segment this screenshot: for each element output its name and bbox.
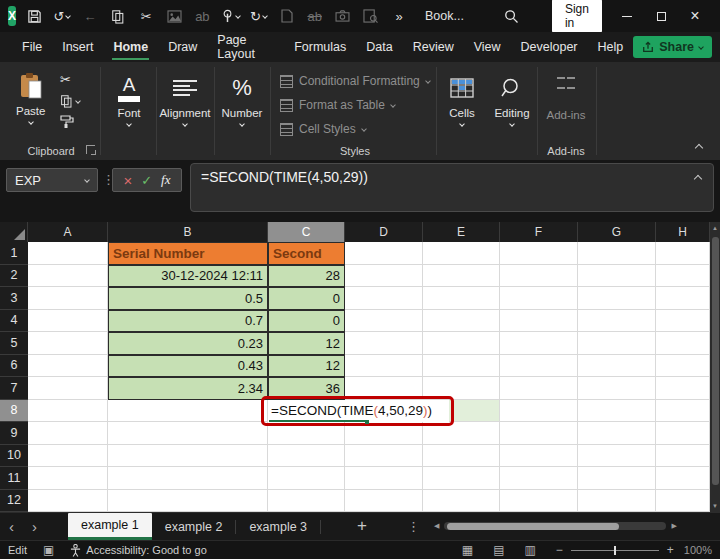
cell-C1[interactable]: Second [268,242,345,265]
cell-G8[interactable] [578,400,656,423]
cell-H3[interactable] [656,287,710,310]
cell-E5[interactable] [423,332,500,355]
scroll-up-icon[interactable]: ▲ [712,225,718,231]
cell-D5[interactable] [345,332,423,355]
document-inspect-button[interactable] [361,5,381,27]
cell-H7[interactable] [656,377,710,400]
row-header-8[interactable]: 8 [0,400,28,423]
cell-F6[interactable] [500,355,578,378]
row-header-1[interactable]: 1 [0,242,28,265]
cell-G7[interactable] [578,377,656,400]
cut-button[interactable]: ✂ [60,72,71,87]
cell-D4[interactable] [345,310,423,333]
cell-G11[interactable] [578,467,656,490]
search-button[interactable] [502,5,522,27]
back-button[interactable]: ← [80,5,100,27]
scroll-down-icon[interactable]: ▼ [712,503,718,509]
horizontal-scrollbar[interactable]: ◀ ▶ [434,512,677,540]
cell-H12[interactable] [656,490,710,513]
zoom-in-icon[interactable]: + [667,544,674,556]
tab-review[interactable]: Review [403,32,464,62]
copy-button[interactable] [108,5,128,27]
cell-H2[interactable] [656,265,710,288]
cell-E1[interactable] [423,242,500,265]
camera-button[interactable] [333,5,353,27]
tab-page-layout[interactable]: Page Layout [207,32,284,62]
cell-G12[interactable] [578,490,656,513]
cell-C12[interactable] [268,490,345,513]
cancel-entry-button[interactable]: × [123,172,132,189]
cell-G3[interactable] [578,287,656,310]
cell-G2[interactable] [578,265,656,288]
tab-developer[interactable]: Developer [511,32,588,62]
cell-B8[interactable] [108,400,268,423]
row-header-4[interactable]: 4 [0,310,28,333]
cell-A12[interactable] [28,490,108,513]
cell-B3[interactable]: 0.5 [108,287,268,310]
zoom-out-icon[interactable]: − [556,544,563,556]
cell-H1[interactable] [656,242,710,265]
tab-home[interactable]: Home [103,32,158,62]
accessibility-status[interactable]: Accessibility: Good to go [70,544,206,557]
cell-G6[interactable] [578,355,656,378]
row-header-12[interactable]: 12 [0,490,28,513]
cell-A9[interactable] [28,422,108,445]
cell-C6[interactable]: 12 [268,355,345,378]
cell-A5[interactable] [28,332,108,355]
cell-D10[interactable] [345,445,423,468]
formula-input[interactable]: =SECOND(TIME(4,50,29)) [190,163,714,212]
cell-F10[interactable] [500,445,578,468]
tab-file[interactable]: File [12,32,52,62]
zoom-slider[interactable] [571,545,659,556]
cell-G4[interactable] [578,310,656,333]
column-header-F[interactable]: F [500,222,578,242]
tab-draw[interactable]: Draw [158,32,207,62]
scroll-left-icon[interactable]: ◀ [434,522,439,530]
number-group-button[interactable]: % Number [215,72,269,126]
cell-C4[interactable]: 0 [268,310,345,333]
column-header-C[interactable]: C [268,222,345,242]
touch-mode-button[interactable] [220,5,240,27]
picture-button[interactable] [164,5,184,27]
name-box[interactable]: EXP [6,168,98,192]
cell-D6[interactable] [345,355,423,378]
maximize-button[interactable] [644,2,678,30]
new-document-button[interactable] [276,5,296,27]
sheet-tab-example-1[interactable]: example 1 [68,513,152,540]
cell-F12[interactable] [500,490,578,513]
undo-button[interactable]: ↺ [52,5,72,27]
cell-G5[interactable] [578,332,656,355]
cell-F9[interactable] [500,422,578,445]
select-all-corner[interactable] [0,222,28,242]
page-break-view-icon[interactable]: ▥ [524,544,535,556]
row-header-2[interactable]: 2 [0,265,28,288]
cell-F3[interactable] [500,287,578,310]
vertical-scrollbar[interactable]: ▲ ▼ [710,222,720,512]
cell-G9[interactable] [578,422,656,445]
cell-F11[interactable] [500,467,578,490]
cell-F7[interactable] [500,377,578,400]
cell-B9[interactable] [108,422,268,445]
row-header-3[interactable]: 3 [0,287,28,310]
cell-D3[interactable] [345,287,423,310]
accept-entry-button[interactable]: ✓ [141,173,152,188]
tab-view[interactable]: View [464,32,511,62]
cell-H11[interactable] [656,467,710,490]
row-header-6[interactable]: 6 [0,355,28,378]
cell-A7[interactable] [28,377,108,400]
cell-A4[interactable] [28,310,108,333]
normal-view-icon[interactable]: ▦ [462,544,473,556]
column-header-E[interactable]: E [423,222,500,242]
cell-H5[interactable] [656,332,710,355]
cell-C11[interactable] [268,467,345,490]
column-header-H[interactable]: H [656,222,710,242]
edit-cell-fill-handle[interactable] [365,420,369,424]
cell-E10[interactable] [423,445,500,468]
cell-H6[interactable] [656,355,710,378]
save-button[interactable] [24,5,44,27]
row-header-9[interactable]: 9 [0,422,28,445]
row-header-5[interactable]: 5 [0,332,28,355]
cell-F1[interactable] [500,242,578,265]
cell-E11[interactable] [423,467,500,490]
cell-F2[interactable] [500,265,578,288]
